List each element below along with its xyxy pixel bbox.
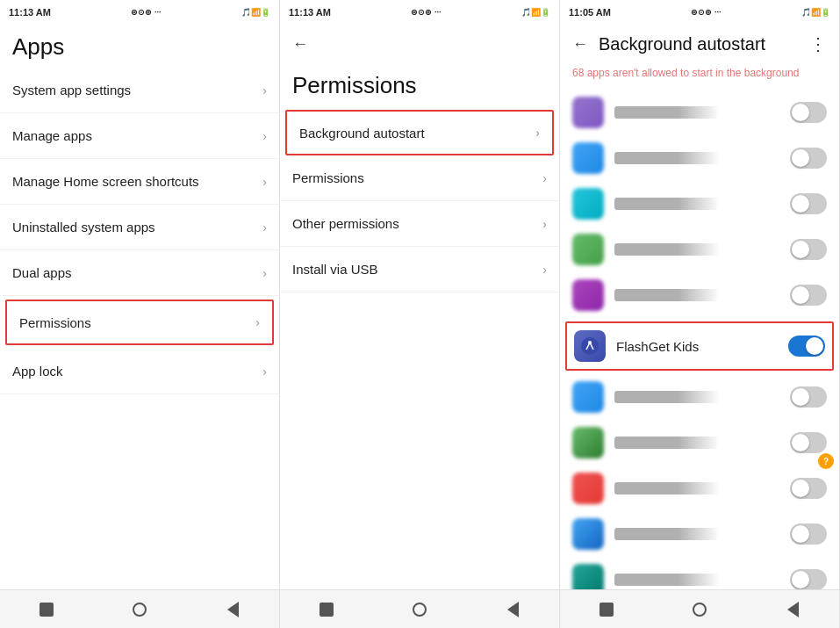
nav-bar-2: [280, 589, 559, 628]
square-button-3[interactable]: [597, 600, 616, 619]
menu-item-uninstalled-system-apps[interactable]: Uninstalled system apps ›: [0, 205, 279, 250]
app-row-4: [560, 227, 839, 272]
menu-item-dual-apps[interactable]: Dual apps ›: [0, 250, 279, 296]
flashget-icon: [574, 330, 606, 362]
app-icon-8: [572, 427, 604, 458]
nav-bar-1: [0, 589, 279, 628]
app-name-10: [614, 528, 790, 540]
menu-item-permissions[interactable]: Permissions ›: [7, 301, 272, 343]
more-icon[interactable]: ⋮: [809, 33, 827, 54]
circle-button[interactable]: [130, 600, 149, 619]
menu-item-system-app-settings[interactable]: System app settings ›: [0, 68, 279, 113]
panel-apps: 11:13 AM ⊜⊙⊚ ··· 🎵📶🔋 Apps System app set…: [0, 0, 280, 628]
chevron-icon: ›: [262, 83, 267, 97]
battery-icons-1: 🎵📶🔋: [241, 8, 270, 17]
back-button-2[interactable]: [503, 600, 522, 619]
chevron-icon: ›: [262, 175, 267, 189]
toggle-7[interactable]: [790, 386, 827, 408]
back-icon: [227, 602, 239, 617]
app-name-7: [614, 391, 790, 403]
back-arrow-3[interactable]: ←: [572, 35, 588, 54]
autostart-subtitle: 68 apps aren't allowed to start in the b…: [560, 63, 839, 86]
panel-permissions: 11:13 AM ⊜⊙⊚ ··· 🎵📶🔋 ← Permissions Backg…: [280, 0, 560, 628]
chevron-icon: ›: [255, 315, 260, 329]
app-icon-3: [572, 188, 604, 220]
chevron-icon: ›: [262, 365, 267, 379]
toggle-2[interactable]: [790, 148, 827, 169]
chevron-icon: ›: [262, 266, 267, 280]
chevron-icon: ›: [535, 126, 540, 140]
flashget-highlight: FlashGet Kids: [565, 321, 834, 371]
app-row-10: [560, 511, 839, 557]
menu-item-app-lock[interactable]: App lock ›: [0, 349, 279, 394]
nav-bar-3: [560, 589, 839, 628]
autostart-title: Background autostart: [599, 34, 765, 54]
app-row-5: [560, 272, 839, 318]
app-icon-7: [572, 381, 604, 413]
status-icons-3: ⊜⊙⊚ ···: [691, 8, 721, 17]
flashget-name: FlashGet Kids: [616, 339, 788, 354]
app-name-1: [614, 106, 790, 119]
toggle-8[interactable]: [790, 432, 827, 453]
apps-title: Apps: [0, 25, 279, 68]
app-row-9: [560, 466, 839, 511]
toggle-flashget[interactable]: [788, 336, 825, 357]
square-icon: [39, 603, 54, 617]
app-icon-10: [572, 518, 604, 550]
svg-point-0: [581, 337, 599, 355]
app-row-1: [560, 90, 839, 135]
menu-item-permissions-2[interactable]: Permissions ›: [280, 155, 559, 201]
square-button-2[interactable]: [317, 600, 336, 619]
toggle-9[interactable]: [790, 478, 827, 499]
app-icon-5: [572, 279, 604, 311]
menu-item-background-autostart[interactable]: Background autostart ›: [287, 112, 552, 154]
chevron-icon: ›: [542, 171, 547, 185]
status-icons-1: ⊜⊙⊚ ···: [131, 8, 161, 17]
menu-item-other-permissions[interactable]: Other permissions ›: [280, 201, 559, 247]
chevron-icon: ›: [262, 129, 267, 143]
menu-item-install-via-usb[interactable]: Install via USB ›: [280, 247, 559, 292]
toggle-1[interactable]: [790, 102, 827, 123]
app-row-11: [560, 557, 839, 589]
toggle-5[interactable]: [790, 285, 827, 306]
app-name-4: [614, 243, 790, 256]
chevron-icon: ›: [542, 217, 547, 231]
app-list: FlashGet Kids ?: [560, 86, 839, 589]
toggle-10[interactable]: [790, 523, 827, 545]
app-row-7: [560, 374, 839, 420]
status-icons-2: ⊜⊙⊚ ···: [411, 8, 441, 17]
toggle-11[interactable]: [790, 569, 827, 589]
circle-icon: [133, 603, 147, 617]
app-row-2: [560, 135, 839, 181]
square-button[interactable]: [37, 600, 56, 619]
square-icon-3: [599, 603, 614, 617]
battery-icons-3: 🎵📶🔋: [801, 8, 830, 17]
back-button[interactable]: [223, 600, 242, 619]
permissions-title: Permissions: [280, 63, 559, 106]
app-icon-9: [572, 473, 604, 504]
app-name-2: [614, 152, 790, 164]
app-row-flashget: FlashGet Kids: [567, 323, 832, 369]
app-name-8: [614, 437, 790, 449]
menu-item-manage-home-screen[interactable]: Manage Home screen shortcuts ›: [0, 159, 279, 205]
app-row-8: ?: [560, 420, 839, 466]
svg-point-1: [588, 341, 592, 344]
toggle-4[interactable]: [790, 239, 827, 260]
circle-button-3[interactable]: [690, 600, 709, 619]
app-icon-4: [572, 234, 604, 265]
app-name-11: [614, 574, 790, 586]
app-icon-2: [572, 142, 604, 174]
menu-item-manage-apps[interactable]: Manage apps ›: [0, 113, 279, 159]
tooltip-dot: ?: [818, 453, 834, 469]
circle-button-2[interactable]: [410, 600, 429, 619]
top-bar-2: ←: [280, 25, 559, 63]
status-bar-2: 11:13 AM ⊜⊙⊚ ··· 🎵📶🔋: [280, 0, 559, 25]
top-bar-3: ← Background autostart ⋮: [560, 25, 839, 63]
app-row-3: [560, 181, 839, 227]
app-icon-11: [572, 564, 604, 589]
toggle-3[interactable]: [790, 193, 827, 214]
back-icon-3: [787, 602, 799, 617]
back-button-3[interactable]: [783, 600, 802, 619]
back-arrow-2[interactable]: ←: [292, 35, 308, 54]
battery-icons-2: 🎵📶🔋: [521, 8, 550, 17]
